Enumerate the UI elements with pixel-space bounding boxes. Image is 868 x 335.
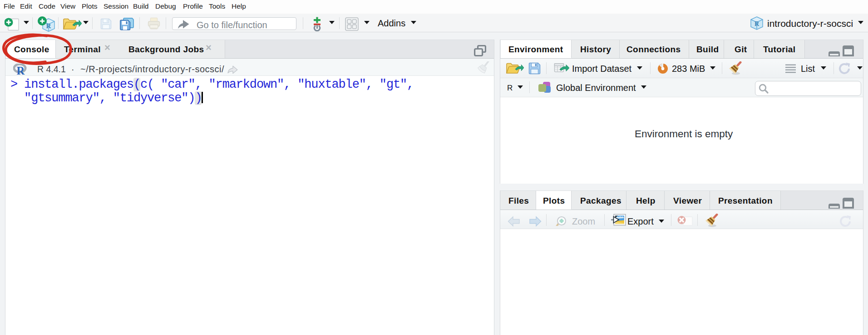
svg-text:R: R <box>755 20 760 27</box>
svg-text:R: R <box>46 22 51 30</box>
